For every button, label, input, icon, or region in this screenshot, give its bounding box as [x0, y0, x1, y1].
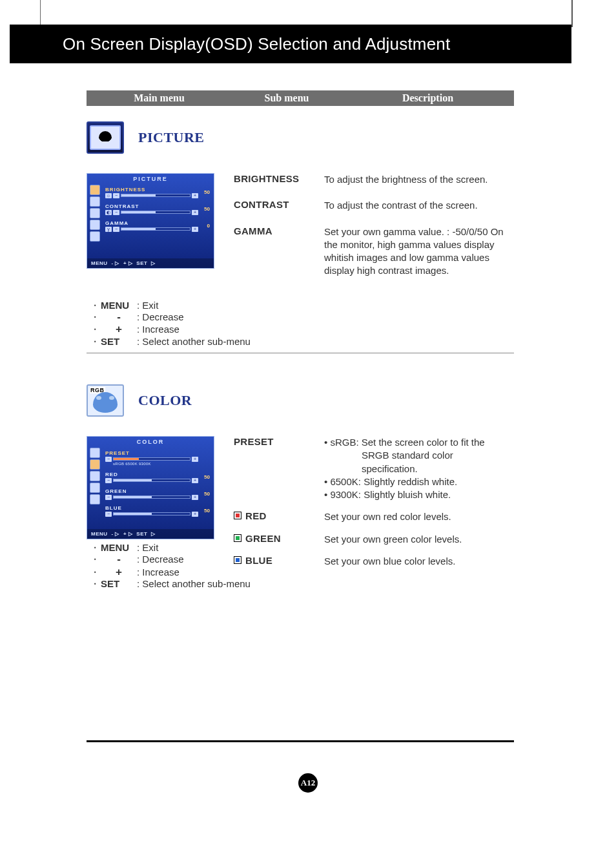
picture-button-legend: MENU: Exit -: Decrease +: Increase SET: … — [94, 300, 514, 348]
osd-red-label: RED — [105, 472, 198, 477]
osd-blue-label: BLUE — [105, 505, 198, 511]
osd-gamma-label: GAMMA — [105, 220, 198, 226]
footer-rule — [87, 740, 514, 742]
section-color: RGB COLOR COLOR PRESET −+ — [87, 384, 514, 590]
page-number: A12 — [301, 778, 315, 788]
sub-gamma-desc: Set your own gamma value. : -50/0/50 On … — [324, 225, 514, 278]
sub-red-label: RED — [234, 510, 324, 523]
osd-color-screenshot: COLOR PRESET −+ sRGB 6500K 9300K — [87, 436, 214, 539]
osd-footer-menu: MENU — [91, 260, 108, 266]
osd-tab-icon — [90, 459, 100, 470]
header-description: Description — [342, 92, 514, 104]
palette-icon — [93, 392, 118, 413]
page-number-badge: A12 — [298, 773, 318, 793]
osd-footer-set: SET — [136, 531, 147, 537]
osd-brightness-value: 50 — [198, 189, 210, 195]
crop-mark-right — [571, 0, 573, 27]
osd-gamma-value: 0 — [198, 223, 210, 229]
osd-brightness-label: BRIGHTNESS — [105, 187, 198, 193]
column-header-row: Main menu Sub menu Description — [87, 90, 514, 106]
osd-tab-icon — [90, 471, 100, 481]
sub-brightness-label: BRIGHTNESS — [234, 173, 324, 186]
picture-heading: PICTURE — [138, 129, 205, 146]
osd-tab-icon — [90, 185, 100, 195]
osd-preset-label: PRESET — [105, 450, 198, 456]
page-title-bar: On Screen Display(OSD) Selection and Adj… — [10, 25, 571, 63]
osd-green-label: GREEN — [105, 488, 198, 494]
red-square-icon — [234, 512, 241, 519]
color-icon: RGB — [87, 384, 124, 417]
sub-gamma-label: GAMMA — [234, 225, 324, 278]
osd-red-value: 50 — [198, 474, 210, 480]
osd-preset-marks: sRGB 6500K 9300K — [105, 462, 198, 466]
osd-footer-menu: MENU — [91, 531, 108, 537]
divider — [87, 353, 514, 353]
osd-tab-icon — [90, 448, 100, 458]
sub-preset-label: PRESET — [234, 436, 324, 501]
sub-brightness-desc: To adjust the brightness of the screen. — [324, 173, 514, 186]
sub-preset-desc: • sRGB: Set the screen color to fit the … — [324, 436, 514, 501]
picture-icon — [87, 121, 124, 154]
osd-color-title: COLOR — [87, 437, 214, 446]
osd-tab-icon — [90, 208, 100, 218]
osd-tab-icon — [90, 483, 100, 493]
sub-contrast-label: CONTRAST — [234, 199, 324, 212]
color-button-legend: MENU: Exit -: Decrease +: Increase SET: … — [94, 542, 514, 590]
osd-green-value: 50 — [198, 491, 210, 497]
header-sub-menu: Sub menu — [232, 92, 342, 104]
osd-blue-value: 50 — [198, 508, 210, 514]
osd-tab-icon — [90, 220, 100, 230]
page-title: On Screen Display(OSD) Selection and Adj… — [63, 34, 450, 54]
osd-footer-set: SET — [136, 260, 147, 266]
osd-picture-screenshot: PICTURE BRIGHTNESS ☼−+ 50 — [87, 173, 214, 269]
sub-contrast-desc: To adjust the contrast of the screen. — [324, 199, 514, 212]
crop-mark-left — [40, 0, 41, 27]
osd-picture-title: PICTURE — [87, 174, 214, 183]
osd-tab-icon — [90, 231, 100, 242]
osd-tab-icon — [90, 196, 100, 207]
green-square-icon — [234, 534, 241, 542]
header-main-menu: Main menu — [87, 92, 232, 104]
osd-contrast-value: 50 — [198, 206, 210, 212]
section-picture: PICTURE PICTURE BRIGHTNESS ☼−+ — [87, 121, 514, 347]
osd-tab-icon — [90, 494, 100, 505]
sub-red-desc: Set your own red color levels. — [324, 510, 514, 523]
color-heading: COLOR — [138, 392, 192, 409]
osd-contrast-label: CONTRAST — [105, 203, 198, 209]
